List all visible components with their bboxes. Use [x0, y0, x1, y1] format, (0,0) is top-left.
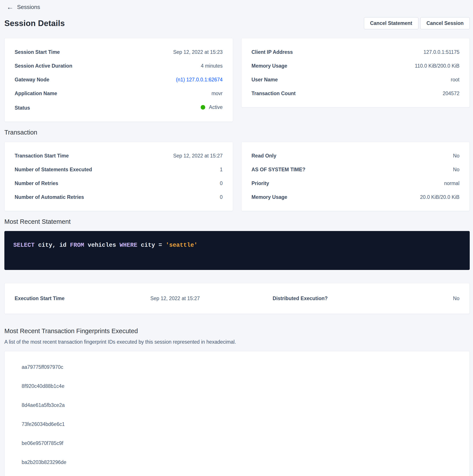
session-summary-card-left: Session Start Time Sep 12, 2022 at 15:23…: [4, 38, 233, 122]
fingerprint-list-item: 8d4ae61a5fb3ce2a: [22, 402, 459, 408]
cancel-statement-button[interactable]: Cancel Statement: [364, 17, 418, 29]
row-value: 20.0 KiB/20.0 KiB: [420, 194, 459, 200]
summary-row-session-active-duration: Session Active Duration 4 minutes: [15, 63, 223, 69]
statement-section-heading: Most Recent Statement: [4, 218, 470, 225]
sql-keyword: WHERE: [120, 242, 137, 249]
row-value: 1: [220, 166, 223, 173]
summary-row-client-ip: Client IP Address 127.0.0.1:51175: [252, 49, 460, 55]
row-label: Priority: [252, 180, 274, 187]
row-label: Application Name: [15, 90, 61, 97]
transaction-section: Transaction Start Time Sep 12, 2022 at 1…: [4, 142, 470, 211]
transaction-card-left: Transaction Start Time Sep 12, 2022 at 1…: [4, 142, 233, 211]
fingerprint-list-item: 8f920c40d88b1c4e: [22, 383, 459, 389]
row-value: normal: [444, 180, 459, 187]
row-value: 4 minutes: [201, 63, 223, 69]
row-label: Client IP Address: [252, 49, 297, 55]
page-header: Session Details Cancel Statement Cancel …: [4, 17, 470, 29]
sql-statement-block: SELECT city, id FROM vehicles WHERE city…: [4, 231, 470, 270]
back-to-sessions-link[interactable]: ← Sessions: [7, 3, 40, 11]
page-title: Session Details: [4, 19, 65, 28]
summary-row-as-of-system-time: AS OF SYSTEM TIME? No: [252, 166, 460, 173]
row-label: Number of Retries: [15, 180, 63, 187]
fingerprint-list-item: aa79775ff097970c: [22, 364, 459, 370]
row-value: No: [453, 153, 459, 159]
status-active-dot-icon: [201, 105, 205, 110]
row-label: Number of Statements Executed: [15, 166, 96, 173]
sql-text: city, id: [34, 242, 70, 249]
sql-text: vehicles: [84, 242, 120, 249]
fingerprints-section-heading: Most Recent Transaction Fingerprints Exe…: [4, 327, 470, 335]
status-badge: Active: [201, 104, 223, 110]
sql-keyword: SELECT: [13, 242, 34, 249]
distributed-execution-label: Distributed Execution?: [273, 296, 366, 301]
summary-row-session-start-time: Session Start Time Sep 12, 2022 at 15:23: [15, 49, 223, 55]
row-label: Read Only: [252, 153, 281, 159]
header-actions: Cancel Statement Cancel Session: [364, 17, 470, 29]
row-label: Memory Usage: [252, 194, 292, 200]
fingerprint-list-item: ba2b203b823296de: [22, 459, 459, 465]
back-link-label: Sessions: [17, 4, 40, 11]
sql-string-literal: 'seattle': [166, 242, 197, 249]
sql-keyword: FROM: [70, 242, 84, 249]
row-label: Memory Usage: [252, 63, 292, 69]
session-details-page: ← Sessions Session Details Cancel Statem…: [0, 0, 473, 476]
row-value: 110.0 KiB/200.0 KiB: [415, 63, 459, 69]
row-label: User Name: [252, 76, 282, 83]
summary-row-transaction-count: Transaction Count 204572: [252, 90, 460, 97]
row-value: 127.0.0.1:51175: [423, 49, 459, 55]
summary-row-transaction-start-time: Transaction Start Time Sep 12, 2022 at 1…: [15, 153, 223, 159]
summary-row-gateway-node: Gateway Node (n1) 127.0.0.1:62674: [15, 76, 223, 83]
row-value: No: [453, 166, 459, 173]
row-label: Gateway Node: [15, 76, 54, 83]
sql-text: city =: [137, 242, 166, 249]
row-label: Status: [15, 104, 34, 111]
fingerprints-description: A list of the most recent transaction fi…: [4, 339, 470, 345]
summary-row-application-name: Application Name movr: [15, 90, 223, 97]
summary-row-txn-memory-usage: Memory Usage 20.0 KiB/20.0 KiB: [252, 194, 460, 200]
row-value: 0: [220, 180, 223, 187]
arrow-left-icon: ←: [7, 3, 14, 11]
status-value: Active: [209, 104, 223, 110]
distributed-execution-value: No: [366, 296, 459, 301]
transaction-section-heading: Transaction: [4, 129, 470, 136]
summary-row-user-name: User Name root: [252, 76, 460, 83]
session-summary-section: Session Start Time Sep 12, 2022 at 15:23…: [4, 38, 470, 122]
fingerprint-list-item: 73fe26034bd6e6c1: [22, 421, 459, 427]
execution-start-time-value: Sep 12, 2022 at 15:27: [150, 296, 273, 301]
breadcrumb: ← Sessions: [7, 3, 470, 11]
summary-row-read-only: Read Only No: [252, 153, 460, 159]
execution-card: Execution Start Time Sep 12, 2022 at 15:…: [4, 283, 470, 314]
summary-row-number-of-retries: Number of Retries 0: [15, 180, 223, 187]
row-value: 204572: [443, 90, 459, 97]
session-summary-card-right: Client IP Address 127.0.0.1:51175 Memory…: [241, 38, 470, 107]
row-label: Number of Automatic Retries: [15, 194, 88, 200]
row-label: Session Active Duration: [15, 63, 77, 69]
sql-statement-text: SELECT city, id FROM vehicles WHERE city…: [13, 241, 461, 249]
execution-start-time-label: Execution Start Time: [15, 296, 150, 301]
row-label: Transaction Start Time: [15, 153, 73, 159]
summary-row-status: Status Active: [15, 104, 223, 111]
cancel-session-button[interactable]: Cancel Session: [420, 17, 470, 29]
row-value: root: [451, 76, 459, 83]
summary-row-memory-usage: Memory Usage 110.0 KiB/200.0 KiB: [252, 63, 460, 69]
row-value: Sep 12, 2022 at 15:23: [173, 49, 223, 55]
gateway-node-link[interactable]: (n1) 127.0.0.1:62674: [176, 76, 223, 83]
row-label: Transaction Count: [252, 90, 300, 97]
row-label: Session Start Time: [15, 49, 64, 55]
summary-row-statements-executed: Number of Statements Executed 1: [15, 166, 223, 173]
summary-row-priority: Priority normal: [252, 180, 460, 187]
row-value: Sep 12, 2022 at 15:27: [173, 153, 223, 159]
summary-row-automatic-retries: Number of Automatic Retries 0: [15, 194, 223, 200]
row-label: AS OF SYSTEM TIME?: [252, 166, 310, 173]
row-value: movr: [211, 90, 223, 97]
fingerprint-list-item: be06e9570f785c9f: [22, 440, 459, 446]
fingerprints-card: aa79775ff097970c 8f920c40d88b1c4e 8d4ae6…: [4, 351, 470, 476]
transaction-card-right: Read Only No AS OF SYSTEM TIME? No Prior…: [241, 142, 470, 211]
row-value: 0: [220, 194, 223, 200]
